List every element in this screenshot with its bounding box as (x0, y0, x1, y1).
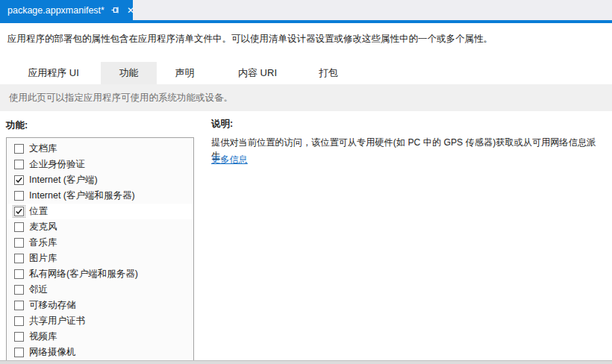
capability-row[interactable]: 麦克风 (7, 219, 193, 235)
capability-label: Internet (客户端) (29, 174, 98, 186)
page-hint-strip: 使用此页可以指定应用程序可使用的系统功能或设备。 (0, 84, 612, 111)
manifest-designer: package.appxmanifest* ✕ 应用程序的部署包的属性包含在应用… (0, 0, 612, 364)
description-text: 提供对当前位置的访问，该位置可从专用硬件(如 PC 中的 GPS 传感器)获取或… (211, 136, 608, 163)
capability-row[interactable]: Internet (客户端) (7, 172, 193, 188)
capability-row[interactable]: 视频库 (7, 329, 193, 345)
capability-row[interactable]: 企业身份验证 (7, 157, 193, 172)
checkbox-unchecked[interactable] (14, 332, 24, 342)
capability-label: 邻近 (29, 283, 48, 296)
capability-label: 位置 (29, 205, 48, 218)
tab-2[interactable]: 功能 (101, 62, 157, 84)
capability-row[interactable]: 可移动存储 (7, 298, 193, 313)
capability-row[interactable]: 文档库 (7, 141, 193, 157)
capability-row[interactable]: 邻近 (7, 282, 193, 298)
document-tab-title: package.appxmanifest* (7, 5, 104, 16)
manifest-intro-text: 应用程序的部署包的属性包含在应用程序清单文件中。可以使用清单设计器设置或修改这些… (7, 33, 605, 46)
checkbox-unchecked[interactable] (14, 254, 24, 263)
page-hint-text: 使用此页可以指定应用程序可使用的系统功能或设备。 (9, 84, 233, 111)
document-tab-package-appxmanifest[interactable]: package.appxmanifest* ✕ (0, 0, 133, 20)
capability-label: 麦克风 (29, 221, 57, 233)
capability-label: 文档库 (29, 142, 57, 155)
designer-tabs: 应用程序 UI功能声明内容 URI打包 (6, 62, 355, 84)
capability-label: 私有网络(客户端和服务器) (29, 268, 138, 280)
capability-label: 企业身份验证 (29, 158, 85, 171)
document-tab-bar: package.appxmanifest* ✕ (0, 0, 612, 20)
checkbox-unchecked[interactable] (14, 222, 24, 232)
capability-row[interactable]: Internet (客户端和服务器) (7, 188, 193, 204)
capability-row[interactable]: 共享用户证书 (7, 313, 193, 329)
checkbox-unchecked[interactable] (14, 316, 24, 326)
checkbox-unchecked[interactable] (14, 191, 24, 201)
capability-label: 音乐库 (29, 236, 57, 249)
capability-row[interactable]: 图片库 (7, 251, 193, 266)
checkbox-unchecked[interactable] (14, 238, 24, 248)
tab-3[interactable]: 声明 (157, 62, 213, 84)
tab-5[interactable]: 打包 (302, 62, 355, 84)
capability-label: 图片库 (29, 252, 57, 265)
checkbox-checked[interactable] (14, 175, 24, 185)
checkbox-unchecked[interactable] (14, 285, 24, 295)
capabilities-heading: 功能: (6, 119, 28, 132)
tab-1[interactable]: 应用程序 UI (6, 62, 101, 84)
capability-row[interactable]: 音乐库 (7, 235, 193, 251)
capability-label: 可移动存储 (29, 299, 76, 312)
more-info-link[interactable]: 更多信息 (211, 154, 248, 166)
description-heading: 说明: (211, 118, 233, 131)
checkbox-unchecked[interactable] (14, 348, 24, 357)
bottom-edge (0, 360, 612, 364)
checkbox-unchecked[interactable] (14, 144, 24, 154)
close-icon[interactable]: ✕ (125, 5, 136, 16)
check-icon (15, 176, 23, 184)
capability-row[interactable]: 位置 (7, 204, 193, 219)
checkbox-unchecked[interactable] (14, 160, 24, 169)
capability-row[interactable]: 网络摄像机 (7, 345, 193, 360)
checkbox-unchecked[interactable] (14, 269, 24, 279)
capability-label: Internet (客户端和服务器) (29, 189, 135, 202)
checkbox-checked[interactable] (14, 207, 24, 216)
capability-row[interactable]: 私有网络(客户端和服务器) (7, 266, 193, 282)
pin-icon[interactable] (110, 5, 120, 15)
checkbox-unchecked[interactable] (14, 301, 24, 310)
capability-label: 视频库 (29, 330, 57, 343)
tab-4[interactable]: 内容 URI (213, 62, 302, 84)
check-icon (15, 207, 23, 216)
capability-label: 网络摄像机 (29, 346, 76, 359)
capability-label: 共享用户证书 (29, 315, 85, 327)
capabilities-list[interactable]: 文档库企业身份验证Internet (客户端)Internet (客户端和服务器… (6, 137, 194, 361)
active-tab-underline (0, 20, 612, 23)
